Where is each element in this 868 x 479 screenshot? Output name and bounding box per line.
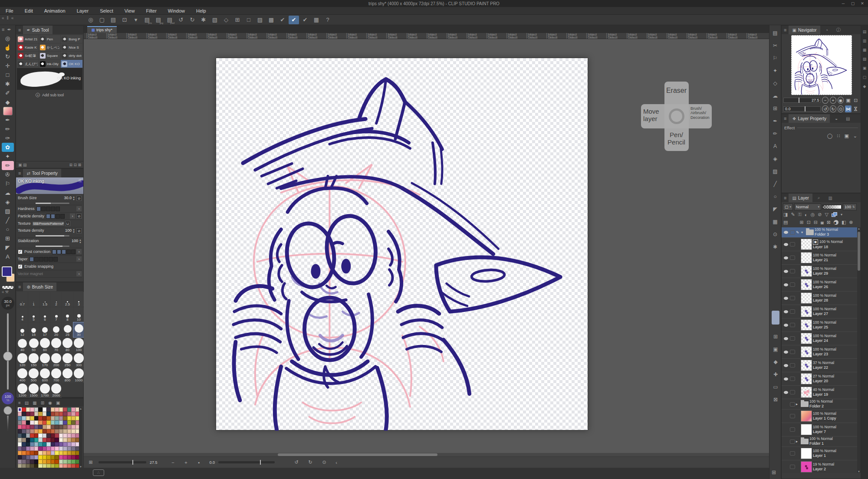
brush-size-option[interactable]: 800 bbox=[62, 368, 73, 383]
brush-size-option[interactable]: 100 bbox=[73, 338, 84, 352]
color-swatch[interactable] bbox=[59, 412, 63, 416]
text-tool[interactable]: A bbox=[2, 252, 14, 261]
panel-toggle-1[interactable]: ▤ bbox=[862, 29, 867, 34]
color-swatch[interactable] bbox=[51, 442, 55, 446]
menu-item[interactable]: View bbox=[119, 8, 141, 13]
color-swatch[interactable] bbox=[43, 455, 46, 459]
color-swatch[interactable] bbox=[67, 451, 71, 455]
visibility-toggle[interactable] bbox=[783, 377, 789, 381]
color-swatch[interactable] bbox=[30, 459, 34, 464]
color-swatch[interactable] bbox=[55, 433, 59, 438]
burst-icon[interactable]: ✱ bbox=[770, 242, 780, 252]
color-swatch[interactable] bbox=[22, 438, 26, 442]
color-swatch[interactable] bbox=[43, 433, 46, 438]
eraser-tool[interactable]: ◆ bbox=[2, 98, 14, 107]
color-swatch[interactable] bbox=[43, 407, 46, 412]
figure-tool[interactable]: ╱ bbox=[2, 216, 14, 225]
pencil-tool[interactable]: ✏ bbox=[2, 125, 14, 134]
visibility-toggle[interactable] bbox=[783, 297, 789, 300]
layer-checkbox[interactable] bbox=[790, 230, 795, 235]
color-swatch[interactable] bbox=[34, 438, 38, 442]
color-swatch[interactable] bbox=[38, 425, 42, 429]
color-swatch[interactable] bbox=[59, 446, 63, 451]
color-swatch[interactable] bbox=[26, 459, 30, 464]
brush-size-option[interactable]: 25 bbox=[62, 322, 73, 337]
color-swatch[interactable] bbox=[18, 451, 22, 455]
color-swatch[interactable] bbox=[38, 407, 42, 412]
brush-size-option[interactable]: 40 bbox=[17, 338, 28, 352]
brush-size-option[interactable]: 10 bbox=[73, 307, 84, 322]
ellipse-icon[interactable]: ○ bbox=[770, 192, 780, 201]
brush-size-option[interactable]: 170 bbox=[39, 353, 50, 367]
fill-tool[interactable]: ◈ bbox=[2, 197, 14, 207]
layerprop-tab[interactable]: ❖Layer Property bbox=[789, 114, 830, 123]
color-swatch[interactable] bbox=[26, 451, 30, 455]
color-swatch[interactable] bbox=[63, 425, 67, 429]
color-swatch[interactable] bbox=[55, 429, 59, 433]
brush-size-option[interactable]: 60 bbox=[39, 338, 50, 352]
layer-checkbox[interactable] bbox=[790, 242, 795, 246]
layer-row[interactable]: ✎ ▾ ▣100 % Normal Folder 3 bbox=[782, 227, 858, 238]
color-swatch[interactable] bbox=[67, 429, 71, 433]
post-correction-checkbox[interactable]: ✓ bbox=[18, 249, 23, 254]
panel-toggle-5[interactable]: ▣ bbox=[862, 66, 867, 71]
color-swatch[interactable] bbox=[71, 407, 75, 412]
export-psd-icon[interactable]: ▤psd bbox=[164, 16, 175, 24]
layer-checkbox[interactable] bbox=[790, 414, 795, 418]
select-rect-icon[interactable]: □ bbox=[243, 16, 254, 24]
snap-to-grid-icon[interactable]: ✔ bbox=[300, 16, 310, 24]
color-swatch[interactable] bbox=[38, 429, 42, 433]
layer-row[interactable]: ✎ ▣100 % Normal Layer 21 bbox=[782, 251, 858, 265]
nav-zoom-out-button[interactable]: − bbox=[822, 97, 829, 104]
color-swatch[interactable] bbox=[67, 433, 71, 438]
gradient-tool[interactable]: ▨ bbox=[2, 207, 14, 216]
color-swatch[interactable] bbox=[71, 459, 75, 464]
subtool-item[interactable]: OK KO bbox=[61, 60, 82, 68]
color-swatch[interactable] bbox=[22, 412, 26, 416]
color-swatch[interactable] bbox=[18, 455, 22, 459]
color-swatch[interactable] bbox=[59, 416, 63, 420]
nav-zoom-in-button[interactable]: + bbox=[830, 97, 836, 104]
color-swatch[interactable] bbox=[30, 425, 34, 429]
overlay-center-ring[interactable] bbox=[669, 108, 684, 124]
layer-row[interactable]: ✎ ▣37 % Normal Layer 22 bbox=[782, 359, 858, 372]
rotate-left-icon[interactable]: ↺ bbox=[292, 459, 301, 465]
collapse-arrows[interactable]: «‖« bbox=[2, 16, 16, 20]
layer-thumbnail[interactable] bbox=[801, 266, 812, 277]
color-swatch[interactable] bbox=[67, 425, 71, 429]
redo-icon[interactable]: ↻ bbox=[187, 16, 197, 24]
color-swatch[interactable] bbox=[63, 442, 67, 446]
reset-rotation-button[interactable]: ⊙ bbox=[838, 105, 844, 112]
color-swatch[interactable] bbox=[67, 459, 71, 464]
footer-action-icons[interactable]: ⊞ ⊟ ⊠ bbox=[69, 163, 81, 167]
plus-grid-icon[interactable]: ⊞ bbox=[771, 332, 780, 341]
color-swatch[interactable] bbox=[26, 442, 30, 446]
color-swatch[interactable] bbox=[30, 420, 34, 425]
layer-row[interactable]: ✎ ▣100 % Normal Layer 27 bbox=[782, 305, 858, 318]
layer-checkbox[interactable] bbox=[790, 451, 795, 456]
info-tab-icon[interactable]: ⓘ bbox=[833, 27, 844, 33]
target-icon[interactable]: ⊙ bbox=[770, 230, 780, 239]
color-swatch[interactable] bbox=[63, 451, 67, 455]
color-swatch[interactable] bbox=[63, 420, 67, 425]
brush-size-option[interactable]: 600 bbox=[39, 368, 50, 383]
transfer-layer-icon[interactable]: ◙ bbox=[821, 220, 824, 225]
dynamics-button[interactable]: ⊘ bbox=[76, 196, 82, 201]
lock-layer-icon[interactable]: ⚿ bbox=[798, 212, 802, 217]
close-box-icon[interactable]: ⊠ bbox=[771, 395, 780, 404]
brush-size-option[interactable]: 70 bbox=[51, 338, 62, 352]
pen-tool[interactable]: ✒ bbox=[2, 115, 14, 125]
layer-opacity-bar[interactable] bbox=[822, 205, 842, 209]
set-as-draft-icon[interactable]: ✎ bbox=[791, 212, 795, 217]
layer-row[interactable]: ✎ ▸ ▣100 % Normal Folder 2 bbox=[782, 399, 858, 410]
brush-size-option[interactable]: 500 bbox=[28, 368, 39, 383]
color-swatch[interactable] bbox=[46, 438, 50, 442]
color-swatch[interactable] bbox=[38, 442, 42, 446]
color-swatch[interactable] bbox=[67, 407, 71, 412]
dropdown-chevron-icon[interactable]: ▾ bbox=[841, 213, 842, 217]
texture-path[interactable]: $$$/Presets/Patterns/Pa bbox=[33, 222, 64, 226]
no-entry-icon[interactable]: ⊘ bbox=[818, 212, 822, 217]
layer-checkbox[interactable] bbox=[790, 336, 795, 341]
brush-size-option[interactable]: 20 bbox=[51, 322, 62, 337]
marquee-select-tool[interactable]: □ bbox=[2, 70, 14, 79]
